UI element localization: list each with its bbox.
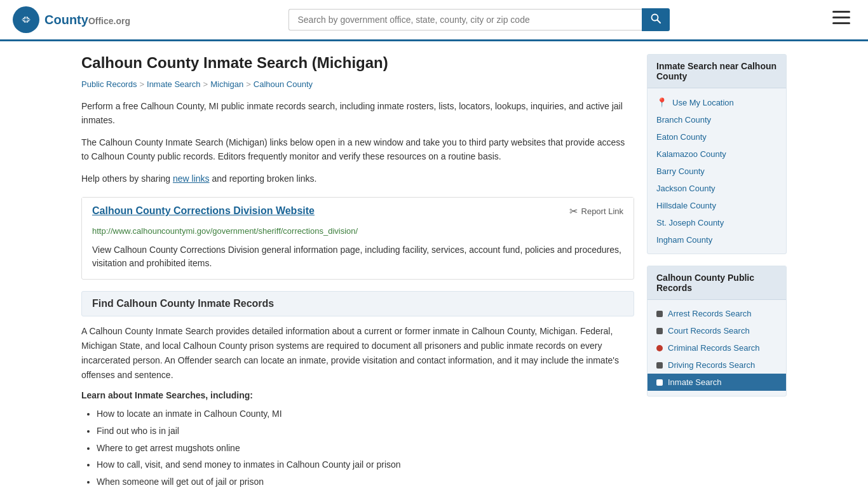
driving-records-link[interactable]: Driving Records Search — [648, 356, 786, 374]
logo-icon — [13, 6, 39, 33]
search-area — [288, 8, 670, 31]
nearby-link-branch[interactable]: Branch County — [648, 111, 786, 128]
arrest-records-link[interactable]: Arrest Records Search — [648, 305, 786, 322]
nearby-title: Inmate Search near Calhoun County — [648, 55, 786, 88]
find-records-section: Find Calhoun County Inmate Records — [81, 291, 634, 316]
public-records-links: Arrest Records Search Court Records Sear… — [648, 300, 786, 396]
list-item: How to call, visit, and send money to in… — [97, 456, 634, 473]
desc3-pre: Help others by sharing — [81, 173, 173, 184]
location-icon: 📍 — [656, 97, 667, 107]
inmate-icon — [656, 379, 663, 386]
new-links-link[interactable]: new links — [173, 173, 210, 184]
body-paragraph: A Calhoun County Inmate Search provides … — [81, 324, 634, 383]
bullet-list: How to locate an inmate in Calhoun Count… — [81, 405, 634, 488]
nearby-link-kalamazoo[interactable]: Kalamazoo County — [648, 146, 786, 163]
report-link-label: Report Link — [581, 207, 623, 216]
desc3-post: and reporting broken links. — [210, 173, 317, 184]
page-title: Calhoun County Inmate Search (Michigan) — [81, 54, 634, 72]
search-button[interactable] — [642, 8, 670, 31]
description-2: The Calhoun County Inmate Search (Michig… — [81, 135, 634, 164]
court-records-link[interactable]: Court Records Search — [648, 322, 786, 339]
criminal-icon — [656, 345, 663, 351]
description-1: Perform a free Calhoun County, MI public… — [81, 99, 634, 128]
link-card-url: http://www.calhouncountymi.gov/governmen… — [82, 225, 634, 241]
logo-county: CountyOffice.org — [44, 13, 130, 27]
inmate-search-link[interactable]: Inmate Search — [648, 374, 786, 391]
svg-rect-5 — [832, 17, 850, 18]
nearby-box: Inmate Search near Calhoun County 📍 Use … — [647, 54, 787, 254]
criminal-records-link[interactable]: Criminal Records Search — [648, 339, 786, 356]
learn-title: Learn about Inmate Searches, including: — [81, 390, 634, 400]
logo-text-area: CountyOffice.org — [44, 13, 130, 27]
breadcrumb-calhoun-county[interactable]: Calhoun County — [254, 79, 313, 89]
list-item: Where to get arrest mugshots online — [97, 440, 634, 457]
breadcrumb-michigan[interactable]: Michigan — [210, 79, 243, 89]
report-link-button[interactable]: ✂ Report Link — [569, 205, 623, 217]
use-my-location-link[interactable]: 📍 Use My Location — [648, 93, 786, 111]
main-container: Calhoun County Inmate Search (Michigan) … — [72, 41, 796, 488]
breadcrumb: Public Records > Inmate Search > Michiga… — [81, 79, 634, 89]
nearby-link-stjoseph[interactable]: St. Joseph County — [648, 214, 786, 231]
link-card-title[interactable]: Calhoun County Corrections Division Webs… — [92, 205, 315, 217]
public-records-title: Calhoun County Public Records — [648, 266, 786, 300]
driving-icon — [656, 362, 663, 369]
nearby-link-ingham[interactable]: Ingham County — [648, 231, 786, 248]
nearby-links: 📍 Use My Location Branch County Eaton Co… — [648, 88, 786, 254]
svg-rect-4 — [832, 11, 850, 13]
section-box-title: Find Calhoun County Inmate Records — [92, 298, 274, 309]
menu-button[interactable] — [827, 8, 855, 31]
nearby-link-barry[interactable]: Barry County — [648, 163, 786, 180]
public-records-box: Calhoun County Public Records Arrest Rec… — [647, 266, 787, 396]
svg-rect-6 — [832, 22, 850, 24]
site-header: CountyOffice.org — [0, 0, 868, 41]
nearby-link-jackson[interactable]: Jackson County — [648, 180, 786, 197]
list-item: How to locate an inmate in Calhoun Count… — [97, 405, 634, 423]
link-card-desc: View Calhoun County Corrections Division… — [82, 241, 634, 279]
svg-line-3 — [657, 20, 660, 24]
content-area: Calhoun County Inmate Search (Michigan) … — [81, 54, 634, 488]
breadcrumb-public-records[interactable]: Public Records — [81, 79, 137, 89]
link-card: Calhoun County Corrections Division Webs… — [81, 197, 634, 280]
nearby-link-hillsdale[interactable]: Hillsdale County — [648, 197, 786, 214]
arrest-icon — [656, 311, 663, 317]
search-input[interactable] — [288, 9, 642, 30]
sidebar: Inmate Search near Calhoun County 📍 Use … — [647, 54, 787, 488]
description-3: Help others by sharing new links and rep… — [81, 172, 634, 186]
breadcrumb-inmate-search[interactable]: Inmate Search — [147, 79, 201, 89]
scissors-icon: ✂ — [569, 205, 578, 217]
link-card-header: Calhoun County Corrections Division Webs… — [82, 198, 634, 225]
list-item: Find out who is in jail — [97, 423, 634, 440]
court-icon — [656, 328, 663, 334]
list-item: When someone will get out of jail or pri… — [97, 473, 634, 488]
logo-area: CountyOffice.org — [13, 6, 130, 33]
nearby-link-eaton[interactable]: Eaton County — [648, 128, 786, 146]
